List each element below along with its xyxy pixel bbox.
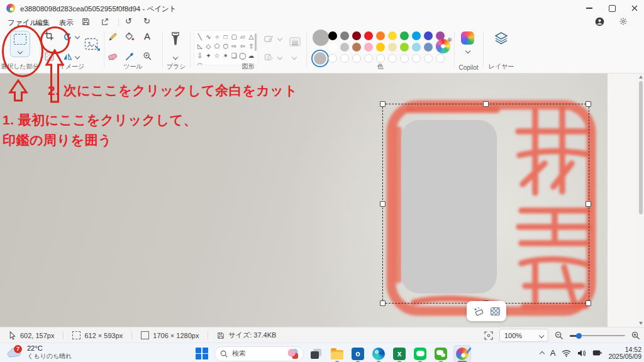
palette-color-2-2[interactable]: [352, 54, 361, 63]
scroll-down-icon[interactable]: [639, 322, 643, 325]
shape-3[interactable]: □: [221, 32, 230, 41]
stroke-size-button[interactable]: [288, 36, 302, 48]
selection-handle-e[interactable]: [586, 201, 591, 207]
scroll-up-icon[interactable]: [639, 75, 643, 79]
layers-button[interactable]: [494, 31, 509, 46]
palette-color-0-6[interactable]: [400, 31, 409, 40]
copilot-button[interactable]: [461, 31, 474, 45]
resize-button[interactable]: [84, 36, 101, 54]
palette-color-2-6[interactable]: [400, 54, 409, 63]
taskbar-app-file-explorer[interactable]: [329, 346, 345, 361]
account-button[interactable]: [595, 17, 604, 26]
shape-17[interactable]: ✶: [221, 51, 230, 60]
brush-button[interactable]: [169, 31, 182, 47]
text-tool[interactable]: A: [142, 30, 153, 41]
taskbar-clock[interactable]: 14:52 2025/05/09: [608, 346, 641, 360]
selection-rectangle[interactable]: [382, 104, 589, 304]
taskbar-app-wechat[interactable]: [433, 346, 449, 361]
palette-color-1-2[interactable]: [352, 43, 361, 52]
minimize-button[interactable]: [579, 0, 600, 16]
taskbar-app-edge[interactable]: [370, 346, 387, 361]
shape-fill-button[interactable]: [263, 52, 274, 63]
palette-color-0-1[interactable]: [340, 31, 349, 40]
close-button[interactable]: [624, 0, 644, 16]
share-button[interactable]: [101, 18, 109, 26]
chevron-down-icon[interactable]: [277, 36, 282, 41]
shape-11[interactable]: ⇨: [230, 41, 238, 51]
magnifier-tool[interactable]: [142, 50, 153, 62]
palette-color-2-8[interactable]: [424, 54, 433, 63]
palette-color-0-7[interactable]: [412, 31, 421, 40]
shape-9[interactable]: ⬠: [213, 41, 221, 51]
shape-7[interactable]: ◺: [196, 41, 204, 51]
palette-color-1-1[interactable]: [340, 43, 349, 52]
shape-12[interactable]: ⇦: [238, 41, 247, 51]
shape-8[interactable]: ◇: [204, 41, 213, 51]
palette-color-0-8[interactable]: [424, 31, 433, 40]
shape-outline-button[interactable]: [263, 33, 274, 44]
chevron-down-icon[interactable]: [292, 55, 297, 60]
shape-15[interactable]: ✦: [204, 51, 213, 60]
palette-color-2-7[interactable]: [412, 54, 421, 63]
palette-color-1-3[interactable]: [364, 43, 373, 52]
zoom-slider-thumb[interactable]: [576, 333, 582, 339]
selection-handle-nw[interactable]: [380, 101, 386, 107]
scrollbar-thumb[interactable]: [639, 81, 643, 214]
zoom-out-button[interactable]: [555, 331, 564, 340]
selection-handle-w[interactable]: [380, 201, 386, 207]
shape-14[interactable]: ⇩: [196, 51, 204, 60]
palette-color-1-6[interactable]: [400, 43, 409, 52]
shape-1[interactable]: ∿: [204, 32, 213, 41]
taskbar-app-excel[interactable]: x: [391, 346, 408, 361]
start-button[interactable]: [194, 346, 210, 361]
zoom-in-button[interactable]: [631, 331, 640, 340]
speaker-icon[interactable]: [577, 349, 586, 357]
selection-handle-se[interactable]: [586, 300, 591, 306]
shape-16[interactable]: ☆: [213, 51, 221, 60]
chevron-down-icon[interactable]: [75, 54, 80, 59]
shapes-scrollbar[interactable]: [255, 33, 257, 51]
shape-5[interactable]: ▱: [238, 32, 247, 41]
palette-color-0-0[interactable]: [328, 31, 337, 40]
transparency-button[interactable]: [491, 307, 500, 315]
task-view-button[interactable]: [308, 346, 325, 361]
taskbar-app-line[interactable]: [412, 346, 428, 361]
palette-color-1-4[interactable]: [376, 43, 385, 52]
eraser-tool[interactable]: [107, 50, 118, 62]
selection-handle-n[interactable]: [483, 101, 489, 107]
taskbar-app-paint-active[interactable]: [453, 345, 471, 362]
redo-button[interactable]: ↻: [143, 16, 150, 26]
palette-color-0-5[interactable]: [388, 31, 397, 40]
zoom-slider[interactable]: [570, 331, 625, 340]
eyedropper-tool[interactable]: [124, 50, 135, 62]
maximize-button[interactable]: [601, 0, 623, 16]
selection-handle-sw[interactable]: [380, 300, 386, 306]
shape-4[interactable]: ▢: [230, 32, 238, 41]
palette-color-2-4[interactable]: [376, 54, 385, 63]
pencil-tool[interactable]: [107, 31, 118, 42]
undo-button[interactable]: ↺: [125, 16, 132, 26]
vertical-scrollbar[interactable]: [638, 74, 644, 327]
shape-20[interactable]: ☁: [247, 51, 256, 60]
fill-tool[interactable]: [124, 31, 135, 42]
weather-widget[interactable]: 7 22°C くもりのち晴れ: [6, 344, 72, 360]
selection-handle-ne[interactable]: [586, 101, 591, 107]
chevron-down-icon[interactable]: [465, 48, 470, 53]
save-button[interactable]: [82, 18, 90, 26]
palette-color-1-5[interactable]: [388, 43, 397, 52]
palette-color-2-3[interactable]: [364, 54, 373, 63]
fit-to-screen-button[interactable]: [484, 331, 493, 340]
palette-color-2-0[interactable]: [328, 54, 337, 63]
chevron-down-icon[interactable]: [277, 55, 282, 60]
palette-color-1-0[interactable]: [328, 43, 337, 52]
shape-2[interactable]: ○: [213, 32, 221, 41]
magic-eraser-button[interactable]: [474, 307, 484, 316]
shape-18[interactable]: ❑: [230, 51, 238, 60]
palette-color-2-5[interactable]: [388, 54, 397, 63]
shape-19[interactable]: ◯: [238, 51, 247, 60]
palette-color-0-4[interactable]: [376, 31, 385, 40]
taskbar-search[interactable]: 検索: [214, 346, 304, 361]
taskbar-app-outlook[interactable]: o: [350, 346, 366, 361]
chevron-down-icon[interactable]: [75, 34, 80, 39]
zoom-dropdown[interactable]: 100%: [499, 329, 548, 342]
